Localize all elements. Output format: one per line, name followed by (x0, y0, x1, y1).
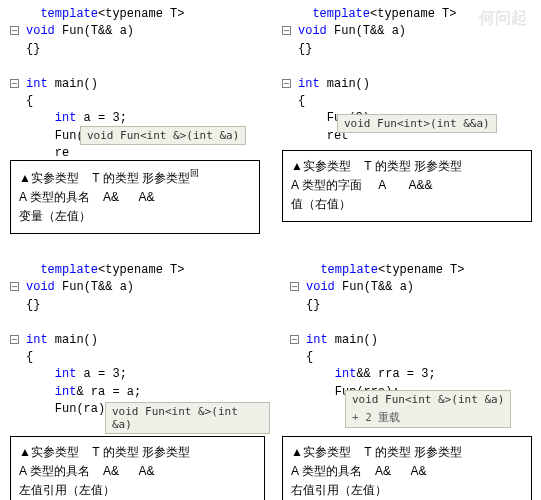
info-q1: ▲实参类型 T 的类型 形参类型回 A 类型的具名 A& A& 变量（左值） (10, 160, 260, 234)
intellisense-hint-q1: void Fun<int &>(int &a) (80, 126, 246, 145)
fold-icon (10, 26, 19, 35)
info-q4: ▲实参类型 T 的类型 形参类型 A 类型的具名 A& A& 右值引用（左值） (282, 436, 532, 500)
info-q3: ▲实参类型 T 的类型 形参类型 A 类型的具名 A& A& 左值引用（左值） (10, 436, 265, 500)
fold-icon (290, 335, 299, 344)
fold-icon (10, 282, 19, 291)
watermark: 何问起 (479, 8, 527, 29)
intellisense-hint-q2: void Fun<int>(int &&a) (337, 114, 497, 133)
fold-icon (10, 79, 19, 88)
intellisense-hint-q4: void Fun<int &>(int &a) + 2 重载 (345, 390, 511, 428)
fold-icon (290, 282, 299, 291)
fold-icon (282, 79, 291, 88)
info-q2: ▲实参类型 T 的类型 形参类型 A 类型的字面 A A&& 值（右值） (282, 150, 532, 222)
intellisense-hint-q3: void Fun<int &>(int &a) (105, 402, 270, 434)
code-q3: template<typename T> void Fun(T&& a) {} … (10, 262, 270, 419)
code-q4: template<typename T> void Fun(T&& a) {} … (290, 262, 530, 401)
panel-q1: template<typename T> void Fun(T&& a) {} … (10, 6, 260, 163)
panel-q4: template<typename T> void Fun(T&& a) {} … (290, 262, 530, 401)
fold-icon (10, 335, 19, 344)
fold-icon (282, 26, 291, 35)
panel-q3: template<typename T> void Fun(T&& a) {} … (10, 262, 270, 419)
